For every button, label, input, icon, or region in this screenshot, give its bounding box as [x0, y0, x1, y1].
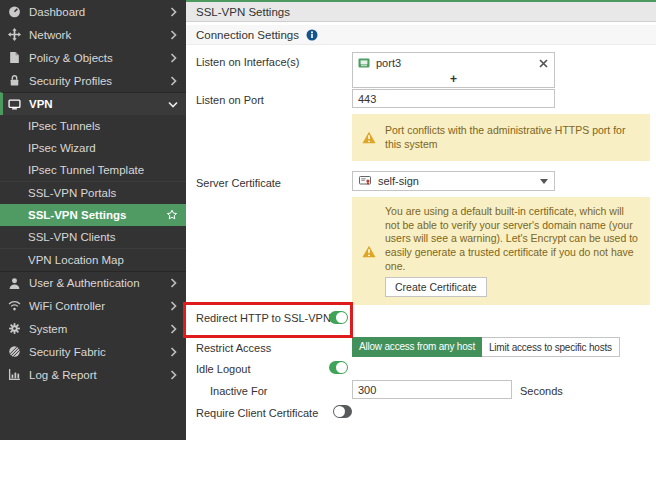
- warning-triangle-icon: [362, 245, 376, 258]
- sidebar-item-dashboard[interactable]: Dashboard: [0, 0, 186, 23]
- chevron-right-icon: [170, 301, 178, 311]
- sidebar-item-ipsec-tunnels[interactable]: IPsec Tunnels: [0, 115, 186, 137]
- redirect-http-toggle[interactable]: [329, 311, 348, 324]
- sidebar-item-vpn[interactable]: VPN: [0, 92, 186, 115]
- sidebar-item-ipsec-tunnel-template[interactable]: IPsec Tunnel Template: [0, 159, 186, 181]
- idle-logout-label: Idle Logout: [196, 363, 250, 375]
- chevron-right-icon: [170, 76, 178, 86]
- bar-chart-icon: [8, 368, 22, 381]
- wifi-icon: [8, 299, 22, 312]
- favorite-star-icon[interactable]: [166, 209, 178, 221]
- main-content: SSL-VPN Settings Connection Settings Lis…: [186, 0, 656, 477]
- restrict-access-label: Restrict Access: [196, 342, 271, 354]
- chevron-right-icon: [170, 30, 178, 40]
- sidebar-item-label: VPN: [29, 98, 168, 110]
- limit-specific-hosts-button[interactable]: Limit access to specific hosts: [482, 337, 620, 357]
- page-title: SSL-VPN Settings: [196, 6, 290, 18]
- sidebar-item-label: VPN Location Map: [28, 254, 186, 266]
- security-fabric-icon: [8, 345, 22, 358]
- sidebar-item-security-fabric[interactable]: Security Fabric: [0, 340, 186, 363]
- warning-text: Port conflicts with the administrative H…: [385, 124, 640, 151]
- sidebar-item-label: Network: [29, 29, 170, 41]
- sidebar-item-system[interactable]: System: [0, 317, 186, 340]
- listen-port-label: Listen on Port: [196, 94, 264, 106]
- seconds-suffix-label: Seconds: [520, 385, 563, 397]
- sidebar-item-policy-objects[interactable]: Policy & Objects: [0, 46, 186, 69]
- info-icon[interactable]: [306, 29, 318, 41]
- chevron-right-icon: [170, 7, 178, 17]
- sidebar: Dashboard Network Policy & Objects: [0, 0, 186, 440]
- certificate-icon: [359, 175, 372, 187]
- inactive-for-input[interactable]: [352, 380, 512, 399]
- sidebar-item-label: SSL-VPN Clients: [28, 231, 186, 243]
- lock-icon: [8, 74, 22, 87]
- warning-text: You are using a default built-in certifi…: [385, 205, 638, 272]
- toggle-knob: [334, 406, 345, 417]
- create-certificate-button[interactable]: Create Certificate: [385, 277, 487, 297]
- restrict-access-segmented-control: Allow access from any host Limit access …: [352, 337, 620, 357]
- sidebar-item-user-authentication[interactable]: User & Authentication: [0, 271, 186, 294]
- chevron-right-icon: [170, 324, 178, 334]
- remove-interface-icon[interactable]: [538, 58, 549, 69]
- interface-entry-port3: port3: [353, 53, 554, 73]
- fortigate-ssl-vpn-settings-screen: Dashboard Network Policy & Objects: [0, 0, 656, 477]
- sidebar-item-sslvpn-settings[interactable]: SSL-VPN Settings: [0, 204, 186, 226]
- sidebar-item-label: SSL-VPN Portals: [28, 187, 186, 199]
- monitor-icon: [8, 98, 22, 111]
- server-certificate-label: Server Certificate: [196, 177, 281, 189]
- redirect-http-label: Redirect HTTP to SSL-VPN: [196, 312, 331, 324]
- inactive-for-label: Inactive For: [210, 385, 267, 397]
- idle-logout-toggle[interactable]: [329, 361, 348, 374]
- sidebar-item-label: Policy & Objects: [29, 52, 170, 64]
- sidebar-item-sslvpn-portals[interactable]: SSL-VPN Portals: [0, 182, 186, 204]
- sidebar-item-sslvpn-clients[interactable]: SSL-VPN Clients: [0, 226, 186, 248]
- listen-interfaces-label: Listen on Interface(s): [196, 56, 299, 68]
- certificate-warning: You are using a default built-in certifi…: [352, 197, 650, 305]
- server-certificate-dropdown[interactable]: self-sign: [352, 171, 555, 191]
- dashboard-icon: [8, 5, 22, 18]
- sidebar-item-network[interactable]: Network: [0, 23, 186, 46]
- sidebar-item-label: User & Authentication: [29, 277, 170, 289]
- sidebar-item-wifi-controller[interactable]: WiFi Controller: [0, 294, 186, 317]
- sidebar-item-label: Security Profiles: [29, 75, 170, 87]
- require-client-certificate-label: Require Client Certificate: [196, 407, 318, 419]
- require-client-certificate-toggle[interactable]: [333, 405, 352, 418]
- section-title: Connection Settings: [196, 29, 299, 41]
- sidebar-item-label: IPsec Tunnel Template: [28, 164, 186, 176]
- sidebar-item-label: WiFi Controller: [29, 300, 170, 312]
- chevron-down-icon: [540, 179, 548, 184]
- network-icon: [8, 28, 22, 41]
- gear-icon: [8, 322, 22, 335]
- sidebar-item-label: Security Fabric: [29, 346, 170, 358]
- sidebar-item-label: IPsec Tunnels: [28, 120, 186, 132]
- ethernet-port-icon: [358, 57, 370, 69]
- port-conflict-warning: Port conflicts with the administrative H…: [352, 114, 650, 161]
- sidebar-item-label: System: [29, 323, 170, 335]
- toggle-knob: [336, 362, 347, 373]
- server-certificate-value: self-sign: [378, 175, 534, 187]
- listen-port-input[interactable]: [352, 89, 555, 108]
- sidebar-item-vpn-location-map[interactable]: VPN Location Map: [0, 249, 186, 271]
- policy-objects-icon: [8, 51, 22, 64]
- chevron-right-icon: [170, 53, 178, 63]
- listen-interfaces-field[interactable]: port3 +: [352, 52, 555, 88]
- sidebar-item-security-profiles[interactable]: Security Profiles: [0, 69, 186, 92]
- user-icon: [8, 277, 22, 290]
- sidebar-item-label: Dashboard: [29, 6, 170, 18]
- toggle-knob: [336, 312, 347, 323]
- page-header: SSL-VPN Settings: [186, 2, 656, 22]
- chevron-right-icon: [170, 278, 178, 288]
- allow-any-host-button[interactable]: Allow access from any host: [352, 337, 482, 357]
- sidebar-item-label: IPsec Wizard: [28, 142, 186, 154]
- section-header: Connection Settings: [186, 25, 656, 45]
- add-interface-button[interactable]: +: [353, 73, 554, 87]
- sidebar-item-label: Log & Report: [29, 369, 170, 381]
- sidebar-item-log-report[interactable]: Log & Report: [0, 363, 186, 386]
- chevron-right-icon: [170, 347, 178, 357]
- chevron-down-icon: [168, 101, 178, 108]
- warning-triangle-icon: [362, 131, 376, 144]
- sidebar-item-label: SSL-VPN Settings: [28, 209, 166, 221]
- chevron-right-icon: [170, 370, 178, 380]
- interface-entry-label: port3: [376, 57, 532, 69]
- sidebar-item-ipsec-wizard[interactable]: IPsec Wizard: [0, 137, 186, 159]
